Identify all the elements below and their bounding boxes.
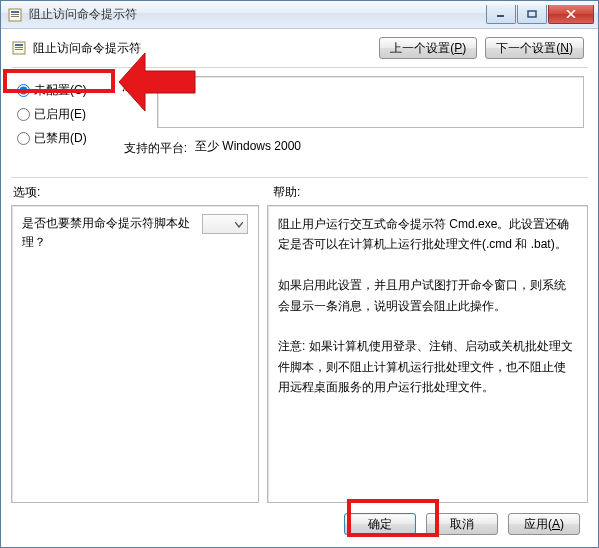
divider bbox=[11, 177, 588, 178]
app-icon bbox=[7, 7, 23, 23]
help-label: 帮助: bbox=[267, 184, 588, 201]
previous-setting-button[interactable]: 上一个设置(P) bbox=[379, 37, 477, 59]
radio-not-configured[interactable]: 未配置(C) bbox=[11, 78, 111, 102]
divider bbox=[11, 67, 588, 68]
options-label: 选项: bbox=[11, 184, 267, 201]
svg-rect-2 bbox=[11, 14, 19, 15]
radio-enabled[interactable]: 已启用(E) bbox=[11, 102, 111, 126]
dialog-window: 阻止访问命令提示符 阻止访问命令提示符 bbox=[0, 0, 599, 548]
close-button[interactable] bbox=[548, 5, 594, 24]
policy-title: 阻止访问命令提示符 bbox=[33, 40, 379, 57]
comment-label: 注释: bbox=[117, 76, 149, 95]
supported-value: 至少 Windows 2000 bbox=[195, 138, 588, 155]
ok-button[interactable]: 确定 bbox=[344, 513, 416, 535]
radio-disabled-input[interactable] bbox=[17, 132, 30, 145]
chevron-down-icon bbox=[235, 217, 243, 231]
svg-rect-4 bbox=[497, 15, 504, 17]
apply-button[interactable]: 应用(A) bbox=[508, 513, 580, 535]
help-pane: 阻止用户运行交互式命令提示符 Cmd.exe。此设置还确定是否可以在计算机上运行… bbox=[267, 205, 588, 503]
titlebar: 阻止访问命令提示符 bbox=[1, 1, 598, 29]
policy-icon bbox=[11, 40, 27, 56]
svg-rect-8 bbox=[15, 47, 23, 48]
cancel-button[interactable]: 取消 bbox=[426, 513, 498, 535]
svg-rect-9 bbox=[15, 49, 23, 50]
radio-enabled-input[interactable] bbox=[17, 108, 30, 121]
svg-rect-7 bbox=[15, 44, 23, 46]
options-dropdown[interactable] bbox=[202, 214, 248, 234]
window-title: 阻止访问命令提示符 bbox=[29, 6, 486, 23]
radio-not-configured-input[interactable] bbox=[17, 84, 30, 97]
svg-rect-1 bbox=[11, 11, 19, 13]
supported-label: 支持的平台: bbox=[117, 138, 187, 157]
state-radio-group: 未配置(C) 已启用(E) 已禁用(D) bbox=[11, 76, 111, 167]
minimize-button[interactable] bbox=[486, 5, 516, 24]
comment-textarea[interactable] bbox=[157, 76, 584, 128]
svg-rect-5 bbox=[528, 11, 536, 17]
maximize-button[interactable] bbox=[517, 5, 547, 24]
radio-disabled[interactable]: 已禁用(D) bbox=[11, 126, 111, 150]
options-pane: 是否也要禁用命令提示符脚本处理？ bbox=[11, 205, 259, 503]
next-setting-button[interactable]: 下一个设置(N) bbox=[485, 37, 584, 59]
svg-rect-3 bbox=[11, 16, 19, 17]
options-question: 是否也要禁用命令提示符脚本处理？ bbox=[22, 214, 194, 494]
